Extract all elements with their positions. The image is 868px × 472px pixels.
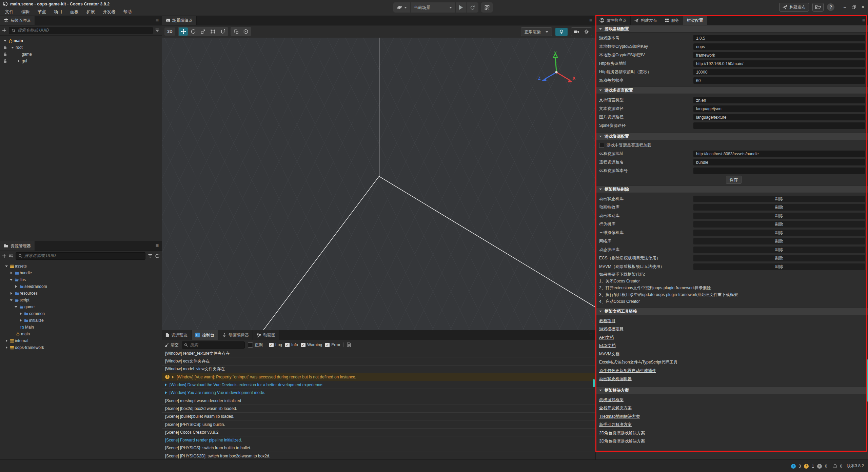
asset-node-initialize[interactable]: initialize: [0, 317, 162, 324]
scale-tool-button[interactable]: [198, 27, 208, 36]
link-guide-solution[interactable]: 新手引导解决方案: [596, 421, 868, 429]
checkbox-unchecked[interactable]: [248, 342, 253, 348]
checkbox-checked[interactable]: ✓: [269, 343, 274, 347]
asset-node-seedrandom[interactable]: seedrandom: [0, 283, 162, 290]
menu-edit[interactable]: 编辑: [20, 9, 32, 15]
asset-node-game[interactable]: game: [0, 303, 162, 310]
bell-icon[interactable]: [833, 464, 837, 468]
asset-node-common[interactable]: common: [0, 310, 162, 317]
close-button[interactable]: ×: [861, 4, 865, 11]
menu-project[interactable]: 项目: [52, 9, 64, 15]
tab-console[interactable]: 控制台: [192, 330, 218, 340]
checkbox-checked[interactable]: ✓: [285, 343, 290, 347]
link-excel-tool[interactable]: Excel格式转Json文件与TypeScript代码工具: [596, 358, 868, 367]
ui-transform-tool-button[interactable]: [218, 27, 227, 36]
tab-hierarchy[interactable]: 层级管理器: [0, 16, 35, 25]
checkbox-checked[interactable]: ✓: [325, 343, 330, 347]
refresh-icon[interactable]: [155, 254, 160, 258]
field-input[interactable]: 10000: [693, 69, 865, 75]
assets-menu-icon[interactable]: ≡: [153, 243, 162, 249]
tab-scene-editor[interactable]: 场景编辑器: [162, 16, 197, 25]
move-tool-button[interactable]: [179, 27, 188, 36]
expand-icon[interactable]: [11, 47, 14, 48]
scene-light-toggle[interactable]: [555, 28, 568, 36]
menu-node[interactable]: 节点: [36, 9, 48, 15]
restore-button[interactable]: [852, 5, 856, 9]
remove-module-button[interactable]: 剔除: [693, 196, 865, 202]
scene-select-dropdown[interactable]: 当前场景: [411, 2, 456, 13]
menu-help[interactable]: 帮助: [122, 9, 134, 15]
scene-viewport[interactable]: Y X Z: [162, 38, 595, 330]
section-resource-config[interactable]: 游戏资源配置: [596, 133, 868, 140]
expand-icon[interactable]: [15, 306, 17, 308]
menu-developer[interactable]: 开发者: [101, 9, 117, 15]
asset-node-script[interactable]: script: [0, 297, 162, 303]
warning-count-icon[interactable]: !: [804, 464, 809, 469]
remove-module-button[interactable]: 剔除: [693, 263, 865, 270]
remove-module-button[interactable]: 剔除: [693, 230, 865, 236]
asset-node-bundle[interactable]: bundle: [0, 270, 162, 276]
collapse-icon[interactable]: [6, 346, 7, 349]
checkbox-remote-load[interactable]: 游戏中资源是否远程加载: [596, 141, 868, 150]
field-input[interactable]: zh,en: [693, 97, 865, 103]
filter-warning-checkbox[interactable]: ✓Warning: [301, 342, 322, 347]
menu-extension[interactable]: 扩展: [85, 9, 97, 15]
console-scrollbar-thumb[interactable]: [593, 379, 595, 387]
console-menu-icon[interactable]: ≡: [586, 332, 595, 338]
asset-node-resources[interactable]: resources: [0, 290, 162, 297]
preview-target-button[interactable]: [393, 2, 411, 13]
hierarchy-search-input[interactable]: 搜索名称或 UUID: [9, 27, 153, 34]
collapse-icon[interactable]: [20, 319, 22, 322]
coordinate-space-button[interactable]: [241, 27, 250, 36]
section-module-removal[interactable]: 框架模块剔除: [596, 185, 868, 193]
link-template-project[interactable]: 游戏模板项目: [596, 325, 868, 334]
expand-log-icon[interactable]: [172, 376, 174, 378]
asset-node-internal[interactable]: internal: [0, 337, 162, 344]
expand-icon[interactable]: [10, 299, 13, 301]
clear-console-button[interactable]: 清空: [164, 342, 179, 348]
field-input[interactable]: framework: [693, 52, 865, 58]
info-count-icon[interactable]: i: [791, 464, 796, 469]
remove-module-button[interactable]: 剔除: [693, 213, 865, 219]
link-tiledmap-solution[interactable]: Tiledmap地图解决方案: [596, 412, 868, 421]
open-project-folder-button[interactable]: [812, 3, 824, 12]
scene-camera-button[interactable]: [571, 28, 581, 36]
section-collapse-icon[interactable]: [599, 311, 602, 312]
section-collapse-icon[interactable]: [599, 390, 602, 391]
checkbox-unchecked[interactable]: [599, 143, 604, 148]
link-strategy-framework[interactable]: 战棋游戏框架: [596, 396, 868, 404]
remove-module-button[interactable]: 剔除: [693, 247, 865, 253]
link-mvvm-docs[interactable]: MVVM文档: [596, 350, 868, 358]
field-input[interactable]: language/json: [693, 105, 865, 112]
play-button[interactable]: [456, 2, 467, 13]
console-search-input[interactable]: 搜索: [182, 341, 245, 349]
section-game-basic-config[interactable]: 游戏基础配置: [596, 25, 868, 33]
minimize-button[interactable]: −: [843, 4, 846, 10]
hierarchy-node-game[interactable]: game: [0, 51, 162, 58]
preview-qrcode-button[interactable]: [481, 2, 493, 13]
hierarchy-node-main[interactable]: main: [0, 37, 162, 44]
asset-node-libs[interactable]: libs: [0, 276, 162, 283]
lock-icon[interactable]: [2, 52, 8, 56]
hierarchy-node-gui[interactable]: gui: [0, 58, 162, 64]
collapse-icon[interactable]: [15, 285, 17, 288]
field-input[interactable]: 1.0.5: [693, 35, 865, 41]
section-solutions[interactable]: 框架解决方案: [596, 387, 868, 394]
section-i18n-config[interactable]: 游戏多语言配置: [596, 86, 868, 94]
asset-node-oops-framework[interactable]: oops-framework: [0, 344, 162, 351]
field-input[interactable]: [693, 168, 865, 174]
section-collapse-icon[interactable]: [599, 189, 602, 190]
tab-framework-config[interactable]: 框架配置: [683, 16, 707, 25]
lock-icon[interactable]: [2, 45, 8, 50]
filter-error-checkbox[interactable]: ✓Error: [325, 342, 340, 347]
log-row-info[interactable]: [Window] You are running Vue in developm…: [162, 389, 595, 397]
hierarchy-node-root[interactable]: root: [0, 44, 162, 51]
filter-info-checkbox[interactable]: ✓Info: [285, 342, 298, 347]
scene-menu-icon[interactable]: ≡: [586, 17, 595, 23]
link-ecs-docs[interactable]: ECS文档: [596, 342, 868, 350]
link-2d-rpg-solution[interactable]: 2D角色扮演游戏解决方案: [596, 429, 868, 437]
expand-log-icon[interactable]: [165, 391, 167, 394]
tab-animation-graph[interactable]: 动画图: [253, 330, 279, 340]
link-fullstack-solution[interactable]: 全栈开发解决方案: [596, 404, 868, 413]
add-node-button[interactable]: [2, 28, 6, 33]
